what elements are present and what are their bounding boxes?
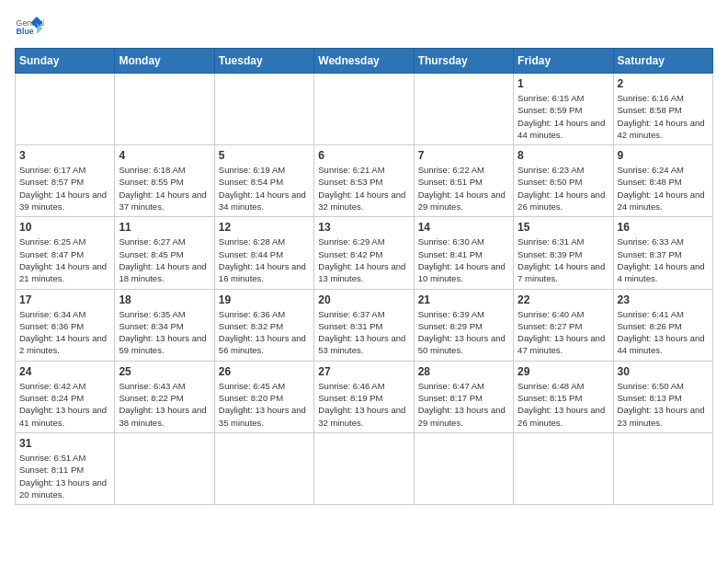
calendar-cell: 28Sunrise: 6:47 AM Sunset: 8:17 PM Dayli… bbox=[414, 361, 513, 432]
calendar-week-2: 3Sunrise: 6:17 AM Sunset: 8:57 PM Daylig… bbox=[16, 145, 713, 217]
day-number: 7 bbox=[418, 149, 509, 162]
day-number: 23 bbox=[618, 293, 709, 306]
calendar-table: SundayMondayTuesdayWednesdayThursdayFrid… bbox=[15, 48, 713, 505]
day-number: 4 bbox=[119, 149, 210, 162]
day-info: Sunrise: 6:43 AM Sunset: 8:22 PM Dayligh… bbox=[119, 380, 210, 429]
day-number: 28 bbox=[418, 365, 509, 378]
day-number: 16 bbox=[618, 221, 709, 234]
calendar-cell: 8Sunrise: 6:23 AM Sunset: 8:50 PM Daylig… bbox=[514, 145, 613, 217]
calendar-cell bbox=[115, 74, 214, 145]
calendar-cell: 16Sunrise: 6:33 AM Sunset: 8:37 PM Dayli… bbox=[613, 217, 712, 289]
calendar-cell: 22Sunrise: 6:40 AM Sunset: 8:27 PM Dayli… bbox=[514, 289, 613, 361]
weekday-header-tuesday: Tuesday bbox=[214, 49, 313, 74]
day-number: 19 bbox=[219, 293, 310, 306]
day-info: Sunrise: 6:50 AM Sunset: 8:13 PM Dayligh… bbox=[618, 380, 709, 429]
day-info: Sunrise: 6:46 AM Sunset: 8:19 PM Dayligh… bbox=[318, 380, 409, 429]
day-info: Sunrise: 6:40 AM Sunset: 8:27 PM Dayligh… bbox=[518, 308, 609, 357]
weekday-header-wednesday: Wednesday bbox=[314, 49, 414, 74]
calendar-cell bbox=[314, 74, 414, 145]
day-info: Sunrise: 6:39 AM Sunset: 8:29 PM Dayligh… bbox=[418, 308, 509, 357]
calendar-cell: 21Sunrise: 6:39 AM Sunset: 8:29 PM Dayli… bbox=[414, 289, 513, 361]
day-info: Sunrise: 6:23 AM Sunset: 8:50 PM Dayligh… bbox=[518, 164, 609, 213]
calendar-cell bbox=[115, 432, 214, 504]
calendar-cell bbox=[16, 74, 115, 145]
day-number: 1 bbox=[518, 77, 609, 90]
logo: General Blue bbox=[15, 15, 44, 40]
calendar-cell bbox=[214, 432, 313, 504]
calendar-cell: 30Sunrise: 6:50 AM Sunset: 8:13 PM Dayli… bbox=[613, 361, 712, 432]
day-info: Sunrise: 6:17 AM Sunset: 8:57 PM Dayligh… bbox=[19, 164, 110, 213]
calendar-cell bbox=[514, 432, 613, 504]
day-number: 5 bbox=[219, 149, 310, 162]
calendar-cell: 25Sunrise: 6:43 AM Sunset: 8:22 PM Dayli… bbox=[115, 361, 214, 432]
day-info: Sunrise: 6:33 AM Sunset: 8:37 PM Dayligh… bbox=[618, 236, 709, 284]
calendar-week-1: 1Sunrise: 6:15 AM Sunset: 8:59 PM Daylig… bbox=[16, 74, 713, 145]
day-number: 8 bbox=[518, 149, 609, 162]
day-number: 18 bbox=[119, 293, 210, 306]
day-number: 11 bbox=[119, 221, 210, 234]
day-info: Sunrise: 6:48 AM Sunset: 8:15 PM Dayligh… bbox=[518, 380, 609, 429]
day-number: 6 bbox=[318, 149, 409, 162]
day-number: 26 bbox=[219, 365, 310, 378]
day-info: Sunrise: 6:16 AM Sunset: 8:58 PM Dayligh… bbox=[618, 92, 709, 141]
day-info: Sunrise: 6:24 AM Sunset: 8:48 PM Dayligh… bbox=[618, 164, 709, 213]
calendar-cell: 6Sunrise: 6:21 AM Sunset: 8:53 PM Daylig… bbox=[314, 145, 414, 217]
generalblue-logo-icon: General Blue bbox=[15, 15, 44, 40]
day-info: Sunrise: 6:47 AM Sunset: 8:17 PM Dayligh… bbox=[418, 380, 509, 429]
calendar-cell: 7Sunrise: 6:22 AM Sunset: 8:51 PM Daylig… bbox=[414, 145, 513, 217]
day-number: 22 bbox=[518, 293, 609, 306]
day-info: Sunrise: 6:31 AM Sunset: 8:39 PM Dayligh… bbox=[518, 236, 609, 284]
weekday-header-saturday: Saturday bbox=[613, 49, 712, 74]
day-info: Sunrise: 6:45 AM Sunset: 8:20 PM Dayligh… bbox=[219, 380, 310, 429]
day-number: 10 bbox=[19, 221, 110, 234]
calendar-cell: 3Sunrise: 6:17 AM Sunset: 8:57 PM Daylig… bbox=[16, 145, 115, 217]
day-number: 15 bbox=[518, 221, 609, 234]
calendar-cell: 1Sunrise: 6:15 AM Sunset: 8:59 PM Daylig… bbox=[514, 74, 613, 145]
day-number: 20 bbox=[318, 293, 409, 306]
calendar-cell bbox=[613, 432, 712, 504]
weekday-header-thursday: Thursday bbox=[414, 49, 513, 74]
day-info: Sunrise: 6:25 AM Sunset: 8:47 PM Dayligh… bbox=[19, 236, 110, 284]
calendar-cell: 17Sunrise: 6:34 AM Sunset: 8:36 PM Dayli… bbox=[16, 289, 115, 361]
day-info: Sunrise: 6:34 AM Sunset: 8:36 PM Dayligh… bbox=[19, 308, 110, 357]
day-info: Sunrise: 6:19 AM Sunset: 8:54 PM Dayligh… bbox=[219, 164, 310, 213]
calendar-cell: 10Sunrise: 6:25 AM Sunset: 8:47 PM Dayli… bbox=[16, 217, 115, 289]
calendar-cell: 24Sunrise: 6:42 AM Sunset: 8:24 PM Dayli… bbox=[16, 361, 115, 432]
day-info: Sunrise: 6:27 AM Sunset: 8:45 PM Dayligh… bbox=[119, 236, 210, 284]
day-info: Sunrise: 6:29 AM Sunset: 8:42 PM Dayligh… bbox=[318, 236, 409, 284]
calendar-cell bbox=[214, 74, 313, 145]
weekday-header-row: SundayMondayTuesdayWednesdayThursdayFrid… bbox=[16, 49, 713, 74]
day-info: Sunrise: 6:51 AM Sunset: 8:11 PM Dayligh… bbox=[19, 452, 110, 500]
calendar-cell: 27Sunrise: 6:46 AM Sunset: 8:19 PM Dayli… bbox=[314, 361, 414, 432]
day-number: 3 bbox=[19, 149, 110, 162]
calendar-cell: 31Sunrise: 6:51 AM Sunset: 8:11 PM Dayli… bbox=[16, 432, 115, 504]
day-info: Sunrise: 6:41 AM Sunset: 8:26 PM Dayligh… bbox=[618, 308, 709, 357]
weekday-header-friday: Friday bbox=[514, 49, 613, 74]
day-info: Sunrise: 6:18 AM Sunset: 8:55 PM Dayligh… bbox=[119, 164, 210, 213]
day-number: 24 bbox=[19, 365, 110, 378]
calendar-cell bbox=[314, 432, 414, 504]
calendar-cell: 20Sunrise: 6:37 AM Sunset: 8:31 PM Dayli… bbox=[314, 289, 414, 361]
page-header: General Blue bbox=[15, 15, 713, 40]
calendar-cell bbox=[414, 74, 513, 145]
calendar-week-6: 31Sunrise: 6:51 AM Sunset: 8:11 PM Dayli… bbox=[16, 432, 713, 504]
calendar-week-3: 10Sunrise: 6:25 AM Sunset: 8:47 PM Dayli… bbox=[16, 217, 713, 289]
weekday-header-sunday: Sunday bbox=[16, 49, 115, 74]
calendar-cell: 11Sunrise: 6:27 AM Sunset: 8:45 PM Dayli… bbox=[115, 217, 214, 289]
day-info: Sunrise: 6:22 AM Sunset: 8:51 PM Dayligh… bbox=[418, 164, 509, 213]
calendar-cell: 19Sunrise: 6:36 AM Sunset: 8:32 PM Dayli… bbox=[214, 289, 313, 361]
day-info: Sunrise: 6:37 AM Sunset: 8:31 PM Dayligh… bbox=[318, 308, 409, 357]
calendar-cell: 15Sunrise: 6:31 AM Sunset: 8:39 PM Dayli… bbox=[514, 217, 613, 289]
day-number: 29 bbox=[518, 365, 609, 378]
calendar-cell: 26Sunrise: 6:45 AM Sunset: 8:20 PM Dayli… bbox=[214, 361, 313, 432]
day-number: 9 bbox=[618, 149, 709, 162]
calendar-cell: 29Sunrise: 6:48 AM Sunset: 8:15 PM Dayli… bbox=[514, 361, 613, 432]
calendar-cell: 5Sunrise: 6:19 AM Sunset: 8:54 PM Daylig… bbox=[214, 145, 313, 217]
day-number: 13 bbox=[318, 221, 409, 234]
day-number: 21 bbox=[418, 293, 509, 306]
calendar-cell: 2Sunrise: 6:16 AM Sunset: 8:58 PM Daylig… bbox=[613, 74, 712, 145]
day-info: Sunrise: 6:15 AM Sunset: 8:59 PM Dayligh… bbox=[518, 92, 609, 141]
day-info: Sunrise: 6:30 AM Sunset: 8:41 PM Dayligh… bbox=[418, 236, 509, 284]
calendar-cell: 4Sunrise: 6:18 AM Sunset: 8:55 PM Daylig… bbox=[115, 145, 214, 217]
day-info: Sunrise: 6:35 AM Sunset: 8:34 PM Dayligh… bbox=[119, 308, 210, 357]
